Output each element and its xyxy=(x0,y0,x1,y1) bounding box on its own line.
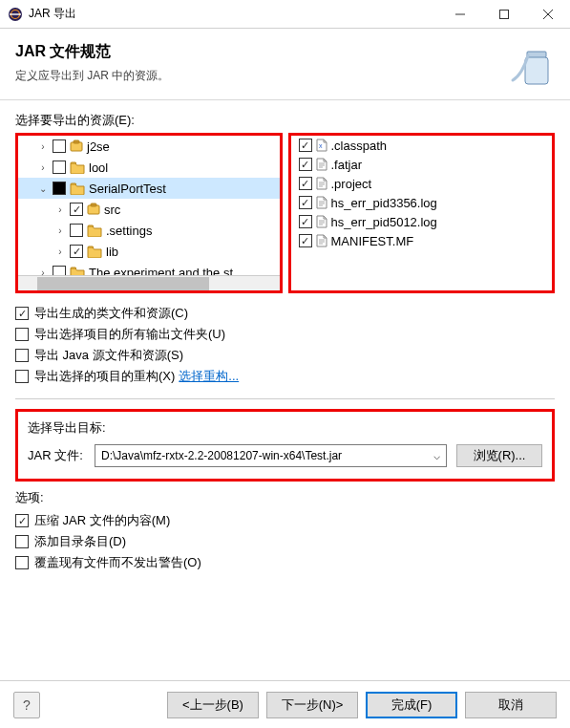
expand-icon[interactable]: › xyxy=(53,246,68,257)
option-row: 覆盖现有文件而不发出警告(O) xyxy=(15,552,555,573)
svg-text:x: x xyxy=(319,142,323,149)
file-checkbox[interactable] xyxy=(299,177,312,190)
export-options: 导出生成的类文件和资源(C) 导出选择项目的所有输出文件夹(U) 导出 Java… xyxy=(15,303,555,387)
option-label: 导出选择项目的所有输出文件夹(U) xyxy=(34,326,225,343)
option-label: 导出 Java 源文件和资源(S) xyxy=(34,347,183,364)
back-button[interactable]: <上一步(B) xyxy=(167,692,259,718)
expand-icon[interactable]: › xyxy=(35,141,51,152)
file-row[interactable]: hs_err_pid5012.log xyxy=(291,212,553,231)
jar-options: 压缩 JAR 文件的内容(M) 添加目录条目(D) 覆盖现有文件而不发出警告(O… xyxy=(15,510,555,573)
svg-rect-7 xyxy=(527,52,546,57)
close-button[interactable] xyxy=(526,0,570,29)
option-checkbox[interactable] xyxy=(15,349,29,362)
browse-button[interactable]: 浏览(R)... xyxy=(456,444,542,467)
eclipse-icon xyxy=(8,7,23,22)
option-label: 压缩 JAR 文件的内容(M) xyxy=(34,512,170,529)
option-checkbox[interactable] xyxy=(15,535,29,548)
tree-checkbox[interactable] xyxy=(70,245,83,258)
jar-file-combo[interactable]: D:\Java\mfz-rxtx-2.2-20081207-win-x64\Te… xyxy=(95,444,447,467)
maximize-button[interactable] xyxy=(482,0,526,29)
svg-rect-9 xyxy=(74,140,79,143)
file-label: hs_err_pid5012.log xyxy=(331,215,437,229)
file-checkbox[interactable] xyxy=(299,215,312,228)
dest-highlight-box: 选择导出目标: JAR 文件: D:\Java\mfz-rxtx-2.2-200… xyxy=(15,409,555,482)
option-label: 导出选择的项目的重构(X) xyxy=(34,368,175,385)
option-label: 添加目录条目(D) xyxy=(34,533,126,550)
help-button[interactable]: ? xyxy=(13,692,40,718)
option-row: 导出选择项目的所有输出文件夹(U) xyxy=(15,324,555,345)
tree-checkbox[interactable] xyxy=(53,161,66,174)
file-checkbox[interactable] xyxy=(299,139,312,152)
tree-item[interactable]: › src xyxy=(18,199,280,220)
options-label: 选项: xyxy=(15,489,555,506)
finish-button[interactable]: 完成(F) xyxy=(366,692,457,718)
file-label: .classpath xyxy=(331,139,388,153)
file-row[interactable]: .fatjar xyxy=(291,155,553,174)
option-row: 添加目录条目(D) xyxy=(15,531,555,552)
file-label: MANIFEST.MF xyxy=(331,234,414,248)
option-checkbox[interactable] xyxy=(15,556,29,569)
file-label: .project xyxy=(331,177,372,191)
tree-checkbox[interactable] xyxy=(53,182,66,195)
option-row: 导出 Java 源文件和资源(S) xyxy=(15,345,555,366)
option-label: 导出生成的类文件和资源(C) xyxy=(34,305,188,322)
jar-file-label: JAR 文件: xyxy=(28,447,85,464)
page-desc: 定义应导出到 JAR 中的资源。 xyxy=(15,68,509,84)
file-checkbox[interactable] xyxy=(299,234,312,247)
file-row[interactable]: MANIFEST.MF xyxy=(291,231,553,250)
file-label: hs_err_pid3356.log xyxy=(331,196,437,210)
tree-item-label: j2se xyxy=(87,139,110,154)
tree-item[interactable]: › j2se xyxy=(18,136,280,157)
footer: ? <上一步(B) 下一步(N)> 完成(F) 取消 xyxy=(0,680,570,728)
tree-item[interactable]: › lib xyxy=(18,241,280,262)
expand-icon[interactable]: › xyxy=(53,225,68,236)
tree-checkbox[interactable] xyxy=(70,224,83,237)
jar-file-value: D:\Java\mfz-rxtx-2.2-20081207-win-x64\Te… xyxy=(101,449,427,462)
next-button[interactable]: 下一步(N)> xyxy=(266,692,358,718)
svg-rect-2 xyxy=(10,13,21,14)
option-checkbox[interactable] xyxy=(15,514,29,527)
option-row: 压缩 JAR 文件的内容(M) xyxy=(15,510,555,531)
tree-checkbox[interactable] xyxy=(53,139,66,153)
tree-item-label: src xyxy=(104,203,120,217)
file-row[interactable]: hs_err_pid3356.log xyxy=(291,193,553,212)
divider xyxy=(15,398,555,399)
tree-item-label: .settings xyxy=(106,224,152,238)
option-label: 覆盖现有文件而不发出警告(O) xyxy=(34,554,201,571)
tree-item-label: SerialPortTest xyxy=(89,182,166,196)
option-checkbox[interactable] xyxy=(15,307,29,320)
resources-label: 选择要导出的资源(E): xyxy=(15,112,555,129)
tree-item-label: lool xyxy=(89,161,108,175)
svg-rect-4 xyxy=(500,10,509,18)
option-checkbox[interactable] xyxy=(15,328,29,341)
tree-item[interactable]: › .settings xyxy=(18,220,280,241)
option-row: 导出生成的类文件和资源(C) xyxy=(15,303,555,324)
tree-item[interactable]: › lool xyxy=(18,157,280,178)
jar-icon xyxy=(509,42,555,88)
window-title: JAR 导出 xyxy=(29,6,438,22)
resource-tree[interactable]: › j2se › lool ⌄ SerialPortTest › src › .… xyxy=(18,136,280,290)
file-row[interactable]: .project xyxy=(291,174,553,193)
file-row[interactable]: x .classpath xyxy=(291,136,553,155)
header: JAR 文件规范 定义应导出到 JAR 中的资源。 xyxy=(0,29,570,100)
dest-label: 选择导出目标: xyxy=(28,419,542,437)
tree-item[interactable]: ⌄ SerialPortTest xyxy=(18,178,280,199)
file-label: .fatjar xyxy=(331,158,363,172)
tree-item-label: lib xyxy=(106,245,118,259)
option-row: 导出选择的项目的重构(X) 选择重构... xyxy=(15,366,555,387)
expand-icon[interactable]: ⌄ xyxy=(35,183,51,194)
file-checkbox[interactable] xyxy=(299,196,312,209)
file-list[interactable]: x .classpath .fatjar .project hs_err_pid… xyxy=(288,133,556,293)
h-scrollbar[interactable] xyxy=(18,275,280,290)
expand-icon[interactable]: › xyxy=(35,162,51,173)
file-checkbox[interactable] xyxy=(299,158,312,171)
svg-rect-11 xyxy=(91,203,96,206)
page-title: JAR 文件规范 xyxy=(15,42,509,62)
expand-icon[interactable]: › xyxy=(53,204,68,215)
tree-checkbox[interactable] xyxy=(70,203,83,216)
minimize-button[interactable] xyxy=(438,0,482,29)
tree-highlight-box: › j2se › lool ⌄ SerialPortTest › src › .… xyxy=(15,133,283,293)
cancel-button[interactable]: 取消 xyxy=(465,692,557,718)
option-checkbox[interactable] xyxy=(15,370,29,383)
refactor-link[interactable]: 选择重构... xyxy=(179,368,239,385)
